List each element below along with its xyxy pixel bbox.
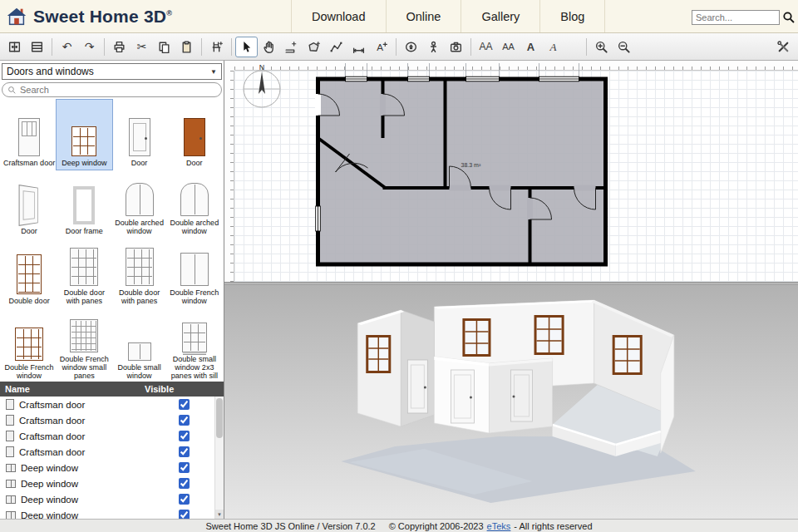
plan-view-2d[interactable]: 38.3 m² N (224, 61, 798, 282)
nav-blog[interactable]: Blog (539, 0, 605, 32)
furniture-list-header[interactable]: Name Visible (0, 382, 224, 397)
print-button[interactable] (108, 37, 131, 57)
undo-button[interactable]: ↶ (56, 37, 78, 57)
copy-button[interactable] (153, 37, 175, 57)
search-icon[interactable] (782, 11, 796, 24)
furniture-row[interactable]: Craftsman door (0, 444, 224, 460)
visible-checkbox[interactable] (179, 462, 190, 473)
zoom-in-button[interactable] (590, 37, 613, 57)
cut-button[interactable]: ✂ (131, 37, 153, 57)
furniture-row[interactable]: Deep window (0, 460, 224, 475)
cut-icon: ✂ (137, 41, 147, 52)
create-polyline-button[interactable] (325, 37, 347, 57)
window-3d (613, 335, 643, 375)
redo-button[interactable]: ↷ (78, 37, 101, 57)
visible-checkbox[interactable] (179, 510, 190, 519)
create-polyline-icon (329, 40, 343, 54)
catalog-search-input[interactable] (20, 85, 216, 95)
increase-text-size-button[interactable]: AA (475, 37, 497, 57)
photo-button[interactable] (445, 37, 467, 57)
double-french-window-icon (15, 328, 43, 361)
room-area-label: 38.3 m² (461, 162, 481, 168)
catalog-item-double-small-window[interactable]: Double small window (112, 308, 167, 382)
create-dimension-button[interactable] (347, 37, 370, 57)
catalog-item-door[interactable]: Door (112, 100, 167, 170)
site-search-input[interactable] (692, 10, 780, 25)
catalog-item-door-frame[interactable]: Door frame (57, 170, 111, 238)
catalog-item-deep-window[interactable]: Deep window (57, 100, 111, 170)
catalog-item-label: Deep window (62, 159, 106, 167)
decrease-text-size-button[interactable]: AA (497, 37, 520, 57)
bold-button[interactable]: A (520, 37, 542, 57)
aerial-view-button[interactable] (400, 37, 422, 57)
nav-gallery[interactable]: Gallery (461, 0, 539, 32)
floor-plan-drawing[interactable]: 38.3 m² (224, 61, 798, 282)
visible-checkbox[interactable] (179, 494, 190, 505)
catalog-item-double-door-with-panes[interactable]: Double door with panes (57, 238, 111, 308)
eteks-link[interactable]: eTeks (487, 521, 511, 531)
create-rooms-button[interactable] (303, 37, 325, 57)
view-3d[interactable] (224, 285, 798, 519)
catalog-item-double-arched-window[interactable]: Double arched window (167, 170, 222, 238)
furniture-row[interactable]: Craftsman door (0, 397, 224, 412)
workspace: Doors and windows ▼ Craftsman door Deep … (0, 61, 798, 519)
catalog-item-craftsman-door[interactable]: Craftsman door (2, 100, 57, 170)
door-3d (451, 370, 474, 423)
catalog-item-door[interactable]: Door (2, 170, 57, 238)
scrollbar-down-arrow[interactable]: ▼ (215, 510, 224, 519)
double-french-window-icon (180, 253, 209, 286)
preferences-button[interactable] (772, 37, 795, 57)
app-title: Sweet Home 3D® (33, 7, 172, 27)
catalog-item-double-small-window-2x3[interactable]: Double small window 2x3 panes with sill (167, 308, 222, 382)
furniture-row[interactable]: Deep window (0, 491, 224, 507)
furniture-catalog-button[interactable] (3, 37, 26, 57)
double-small-window-icon (128, 342, 151, 361)
pan-tool-button[interactable] (258, 37, 280, 57)
svg-text:A: A (377, 42, 383, 52)
visible-checkbox[interactable] (179, 478, 190, 489)
add-text-button[interactable]: A (370, 37, 392, 57)
catalog-item-door[interactable]: Door (167, 100, 222, 170)
add-furniture-button[interactable] (205, 37, 228, 57)
paste-button[interactable] (175, 37, 198, 57)
visible-checkbox[interactable] (179, 415, 190, 426)
catalog-item-double-french-window-small-panes[interactable]: Double French window small panes (57, 308, 111, 382)
visible-checkbox[interactable] (179, 446, 190, 457)
pan-hand-icon (262, 40, 276, 54)
toolbar-separator (201, 38, 202, 56)
catalog-item-label: Door (21, 227, 37, 235)
virtual-visit-button[interactable] (422, 37, 445, 57)
category-dropdown[interactable]: Doors and windows ▼ (2, 63, 222, 80)
catalog-item-label: Double door with panes (57, 288, 111, 305)
catalog-item-double-french-window[interactable]: Double French window (167, 238, 222, 308)
door-3d (510, 370, 532, 421)
undo-icon: ↶ (62, 41, 72, 52)
furniture-name: Craftsman door (19, 416, 145, 426)
column-header-visible[interactable]: Visible (145, 384, 224, 394)
column-header-name[interactable]: Name (0, 384, 145, 394)
window-icon (6, 495, 16, 504)
nav-download[interactable]: Download (291, 0, 386, 32)
nav-online[interactable]: Online (386, 0, 461, 32)
catalog-item-double-arched-window[interactable]: Double arched window (112, 170, 167, 238)
furniture-list-scrollbar[interactable]: ▼ (214, 397, 224, 519)
compass[interactable]: N (238, 62, 286, 111)
select-tool-button[interactable] (235, 37, 258, 57)
app-logo[interactable]: Sweet Home 3D® (0, 5, 172, 28)
scrollbar-thumb[interactable] (216, 398, 223, 438)
visible-checkbox[interactable] (179, 431, 190, 441)
catalog-item-double-french-window[interactable]: Double French window (2, 308, 57, 382)
furniture-row[interactable]: Deep window (0, 475, 224, 491)
furniture-row[interactable]: Deep window (0, 507, 224, 519)
catalog-item-double-door-with-panes[interactable]: Double door with panes (112, 238, 167, 308)
italic-button[interactable]: A (542, 37, 564, 57)
create-walls-icon (284, 40, 298, 54)
create-walls-button[interactable] (280, 37, 303, 57)
furniture-name: Deep window (21, 495, 145, 505)
furniture-row[interactable]: Craftsman door (0, 412, 224, 428)
zoom-out-button[interactable] (613, 37, 635, 57)
furniture-list-button[interactable] (26, 37, 48, 57)
catalog-item-double-door[interactable]: Double door (2, 238, 57, 308)
visible-checkbox[interactable] (179, 399, 190, 410)
furniture-row[interactable]: Craftsman door (0, 428, 224, 444)
